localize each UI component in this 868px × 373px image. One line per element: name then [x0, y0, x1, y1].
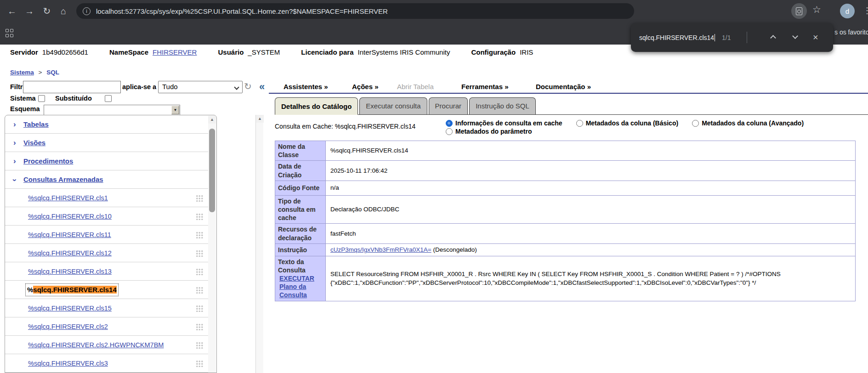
refresh-icon[interactable]: ↻: [244, 81, 252, 92]
query-text-value: SELECT ResourceString FROM HSFHIR_X0001_…: [326, 256, 856, 301]
system-checkbox[interactable]: [38, 95, 45, 102]
bookmarks-overflow-label[interactable]: s os favoritos: [834, 28, 868, 36]
namespace-link[interactable]: FHIRSERVER: [153, 48, 197, 56]
namespace-info: NameSpace FHIRSERVER: [109, 48, 197, 56]
row-label: Tipo de consulta em cache: [275, 195, 326, 224]
find-match-highlight: sqlcq.FHIRSERVER.cls14: [33, 286, 116, 294]
execute-link[interactable]: EXECUTAR: [279, 274, 323, 283]
menu-assistants[interactable]: Assistentes »: [284, 83, 328, 90]
schema-combo[interactable]: ▼: [44, 105, 180, 115]
chevron-right-icon[interactable]: ›: [13, 152, 16, 170]
find-match-count: 1/1: [722, 23, 731, 52]
scrollbar-thumb[interactable]: [209, 129, 215, 212]
drag-handle-icon[interactable]: [196, 195, 203, 202]
tree-item-link[interactable]: %sqlcq.FHIRSERVER.cls2.HGWPNCKM7BM: [28, 336, 164, 354]
bookmark-star-icon[interactable]: ☆: [812, 4, 821, 15]
find-next-icon[interactable]: [792, 33, 798, 39]
tree-group-label[interactable]: Consultas Armazenadas: [23, 170, 103, 189]
tab-catalog-details[interactable]: Detalhes do Catálogo: [275, 97, 358, 115]
radio-selected-icon[interactable]: [446, 120, 453, 127]
table-row: Nome da Classe %sqlcq.FHIRSERVER.cls14: [275, 141, 856, 161]
overridden-checkbox-label: Substituído: [55, 95, 92, 102]
radio-column-metadata-basic[interactable]: Metadados da coluna (Básico): [576, 119, 678, 127]
find-input[interactable]: sqlcq.FHIRSERVER.cls14: [639, 23, 715, 52]
radio-cached-query-info[interactable]: Informações de consulta em cache: [446, 119, 562, 127]
scroll-up-icon[interactable]: ▲: [256, 115, 264, 123]
query-plan-link[interactable]: Plano da Consulta: [279, 283, 323, 299]
scroll-up-icon[interactable]: ▲: [208, 116, 216, 124]
browser-menu-icon[interactable]: ⋮: [863, 6, 868, 16]
drag-handle-icon[interactable]: [196, 232, 203, 238]
home-icon[interactable]: ⌂: [57, 5, 70, 17]
tree-group-label[interactable]: Tabelas: [23, 115, 49, 134]
menu-tools[interactable]: Ferramentas »: [461, 83, 509, 90]
drag-handle-icon[interactable]: [196, 213, 203, 220]
tree-item-link[interactable]: %sqlcq.FHIRSERVER.cls10: [28, 207, 112, 226]
back-icon[interactable]: ←: [6, 5, 18, 17]
apps-grid-icon[interactable]: [6, 29, 14, 37]
tree-item-link[interactable]: %sqlcq.FHIRSERVER.cls15: [28, 299, 112, 317]
menu-actions[interactable]: Ações »: [352, 83, 379, 90]
radio-icon[interactable]: [446, 128, 453, 135]
applies-to-value: Tudo: [162, 83, 178, 90]
tree-item-link[interactable]: %sqlcq.FHIRSERVER.cls2: [28, 317, 108, 336]
radio-parameter-metadata[interactable]: Metadados do parâmetro: [446, 128, 532, 135]
radio-icon[interactable]: [576, 120, 583, 127]
drag-handle-icon[interactable]: [196, 268, 203, 275]
collapse-pane-icon[interactable]: «: [259, 81, 265, 93]
tree-group-label[interactable]: Visões: [23, 134, 45, 152]
user-label: Usuário: [218, 48, 244, 56]
site-info-icon[interactable]: i: [83, 7, 91, 15]
drag-handle-icon[interactable]: [196, 342, 203, 349]
overridden-checkbox[interactable]: [105, 95, 112, 102]
tree-item-link[interactable]: %sqlcq.FHIRSERVER.cls13: [28, 262, 112, 281]
tree-group-label[interactable]: Procedimentos: [23, 152, 73, 170]
config-label: Configuração: [471, 48, 516, 56]
radio-label: Metadados da coluna (Avançado): [702, 119, 804, 127]
drag-handle-icon[interactable]: [196, 305, 203, 312]
chevron-right-icon[interactable]: ›: [13, 134, 16, 152]
schema-label: Esquema: [10, 105, 40, 113]
drag-handle-icon[interactable]: [196, 323, 203, 330]
drag-handle-icon[interactable]: [196, 250, 203, 257]
address-bar[interactable]: i localhost:52773/csp/sys/exp/%25CSP.UI.…: [76, 3, 634, 19]
breadcrumb-system-link[interactable]: Sistema: [10, 69, 34, 76]
dropdown-arrow-icon[interactable]: ▼: [171, 106, 179, 114]
tab-browse[interactable]: Procurar: [429, 97, 468, 114]
chevron-right-icon[interactable]: ›: [13, 115, 16, 134]
tree-item-selected[interactable]: %sqlcq.FHIRSERVER.cls14: [26, 284, 118, 296]
tree-item: %sqlcq.FHIRSERVER.cls1: [5, 189, 210, 207]
chevron-down-icon[interactable]: ›: [6, 179, 24, 181]
pane-scrollbar[interactable]: ▲: [255, 115, 263, 373]
text-caret: [715, 34, 715, 41]
forward-icon[interactable]: →: [23, 5, 36, 17]
filter-input[interactable]: [23, 81, 121, 93]
statement-hash-link[interactable]: cUzP3mqs/IgxVNb3FmRFVra0X1A=: [330, 246, 431, 253]
menu-documentation[interactable]: Documentação »: [536, 83, 591, 90]
tab-sql-statement[interactable]: Instrução do SQL: [469, 97, 536, 114]
radio-label: Metadados da coluna (Básico): [586, 119, 678, 127]
cached-query-section: Consulta em Cache: %sqlcq.FHIRSERVER.cls…: [275, 119, 863, 136]
tree-item: %sqlcq.FHIRSERVER.cls3: [5, 354, 210, 373]
drag-handle-icon[interactable]: [196, 360, 203, 367]
drag-handle-icon[interactable]: [196, 287, 203, 294]
tree-item-link[interactable]: %sqlcq.FHIRSERVER.cls1: [28, 189, 108, 207]
find-in-page-toolbar-icon[interactable]: [791, 3, 807, 19]
find-previous-icon[interactable]: [770, 35, 776, 41]
radio-icon[interactable]: [692, 120, 699, 127]
url-text[interactable]: localhost:52773/csp/sys/exp/%25CSP.UI.Po…: [96, 7, 388, 15]
tree-scrollbar[interactable]: ▲: [208, 116, 216, 373]
tree-item-link[interactable]: %sqlcq.FHIRSERVER.cls3: [28, 354, 108, 373]
applies-to-select[interactable]: Tudo: [158, 81, 243, 93]
table-row: Código Fonte n/a: [275, 181, 856, 195]
radio-column-metadata-advanced[interactable]: Metadados da coluna (Avançado): [692, 119, 804, 127]
tree-item-link[interactable]: %sqlcq.FHIRSERVER.cls11: [28, 226, 111, 244]
row-label: Instrução: [275, 243, 326, 256]
reload-icon[interactable]: ↻: [40, 5, 53, 17]
tree-item-link[interactable]: %sqlcq.FHIRSERVER.cls12: [28, 244, 112, 262]
tab-execute-query[interactable]: Executar consulta: [359, 97, 427, 114]
profile-avatar[interactable]: d: [840, 4, 855, 18]
namespace-label: NameSpace: [109, 48, 148, 56]
server-value: 1b49d02656d1: [42, 48, 88, 56]
find-close-icon[interactable]: ×: [813, 23, 818, 52]
